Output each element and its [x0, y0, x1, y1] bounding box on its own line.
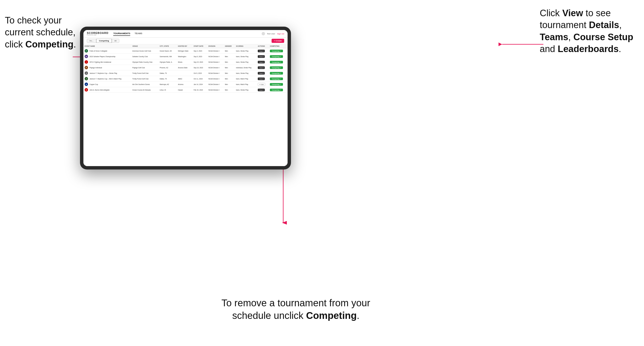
gender-cell: Men: [224, 54, 235, 59]
division-cell: NCAA Division I: [207, 54, 224, 59]
division-cell: NCAA Division I: [207, 70, 224, 76]
annotation-top-left: To check your current schedule, click Co…: [5, 14, 92, 50]
competing-button[interactable]: Competing ✓: [270, 50, 283, 52]
create-button[interactable]: + Create: [272, 39, 284, 43]
sign-out-link[interactable]: Sign out: [277, 33, 284, 35]
city_state-cell: Phoenix, AZ: [158, 65, 177, 70]
competing-button[interactable]: Competing ✓: [270, 66, 283, 69]
col-actions: ACTIONS: [256, 44, 269, 48]
table-row: P Papago Individual Papago Golf ClubPhoe…: [84, 65, 288, 70]
start_date-cell: Oct 9, 2023: [192, 70, 207, 76]
start_date-cell: Jan 14, 2024: [192, 82, 207, 87]
view-button[interactable]: View ℹ: [258, 50, 265, 52]
division-cell: NCAA Division I: [207, 82, 224, 87]
event-name-cell: H John A. Burns Intercollegiate: [84, 87, 131, 93]
gender-cell: Men: [224, 82, 235, 87]
competing-cell: Competing ✓: [269, 76, 288, 82]
actions-cell: View ℹ: [256, 48, 269, 54]
scoring-cell: team, Match Play: [235, 76, 256, 82]
table-row: A Copper Cup Ak-Chin Southern DunesMaric…: [84, 82, 288, 87]
competing-cell: Competing ✓: [269, 82, 288, 87]
competing-button[interactable]: Competing ✓: [270, 77, 283, 80]
actions-cell: View ℹ: [256, 65, 269, 70]
scoring-cell: team, Stroke Play: [235, 59, 256, 65]
arrow-right: [500, 41, 544, 50]
tab-home[interactable]: Ho...: [87, 39, 96, 43]
gender-cell: Men: [224, 76, 235, 82]
competing-cell: Competing ✓: [269, 70, 288, 76]
col-division: DIVISION: [207, 44, 224, 48]
venue-cell: Sahalee Country Club: [131, 54, 158, 59]
app-header: SCOREBOARD Powered by clippi TOURNAMENTS…: [84, 30, 288, 37]
logo-sub: Powered by clippi: [87, 34, 108, 36]
hosted_by-cell: Illinois: [177, 59, 192, 65]
scoring-cell: team, Stroke Play: [235, 48, 256, 54]
tablet-screen: SCOREBOARD Powered by clippi TOURNAMENTS…: [84, 30, 288, 166]
tab-competing[interactable]: Competing: [96, 39, 112, 43]
actions-cell: View ℹ: [256, 76, 269, 82]
actions-cell: View ℹ: [256, 70, 269, 76]
edit-button[interactable]: ✏ Edit: [258, 83, 265, 86]
competing-button[interactable]: Competing ✓: [270, 83, 283, 86]
hosted_by-cell: Hawaii: [177, 87, 192, 93]
filter-tabs: Ho... Competing All: [87, 39, 119, 43]
competing-button[interactable]: Competing ✓: [270, 55, 283, 58]
view-button[interactable]: View ℹ: [258, 89, 265, 91]
nav-items: TOURNAMENTS TEAMS: [113, 31, 256, 36]
tournaments-table: EVENT NAME VENUE CITY, STATE HOSTED BY S…: [84, 44, 288, 93]
competing-button[interactable]: Competing ✓: [270, 89, 283, 91]
table-body: F Folds of Honor Collegiate American Dun…: [84, 48, 288, 93]
event-name-cell: F Folds of Honor Collegiate: [84, 48, 131, 54]
competing-button[interactable]: Competing ✓: [270, 72, 283, 75]
start_date-cell: Sep 18, 2023: [192, 65, 207, 70]
venue-cell: Papago Golf Club: [131, 65, 158, 70]
venue-cell: Olympia Fields Country Club: [131, 59, 158, 65]
col-start-date: START DATE: [192, 44, 207, 48]
actions-cell: View ℹ: [256, 54, 269, 59]
gender-cell: Men: [224, 59, 235, 65]
hosted_by-cell: Arizona State: [177, 65, 192, 70]
division-cell: NCAA Division I: [207, 59, 224, 65]
view-button[interactable]: View ℹ: [258, 72, 265, 75]
division-cell: NCAA Division I: [207, 48, 224, 54]
start_date-cell: Feb 15, 2024: [192, 87, 207, 93]
col-competing: COMPETING: [269, 44, 288, 48]
gender-cell: Men: [224, 48, 235, 54]
hosted_by-cell: [177, 70, 192, 76]
division-cell: NCAA Division I: [207, 65, 224, 70]
actions-cell: ✏ Edit: [256, 82, 269, 87]
gender-cell: Men: [224, 87, 235, 93]
hosted_by-cell: Washington: [177, 54, 192, 59]
division-cell: NCAA Division I: [207, 87, 224, 93]
event-name-cell: J Jackson T. Stephens Cup – Stroke Play: [84, 70, 131, 76]
col-city-state: CITY, STATE: [158, 44, 177, 48]
city_state-cell: Dallas, TX: [158, 76, 177, 82]
competing-button[interactable]: Competing ✓: [270, 61, 283, 63]
city_state-cell: Grand Haven, MI: [158, 48, 177, 54]
gender-cell: Men: [224, 65, 235, 70]
hosted_by-cell: ABAC: [177, 76, 192, 82]
competing-cell: Competing ✓: [269, 59, 288, 65]
table-container: EVENT NAME VENUE CITY, STATE HOSTED BY S…: [84, 44, 288, 166]
view-button[interactable]: View ℹ: [258, 61, 265, 63]
user-name: Test User: [267, 33, 275, 35]
table-row: W 2023 Sahalee Players Championship Saha…: [84, 54, 288, 59]
nav-tournaments[interactable]: TOURNAMENTS: [113, 31, 130, 36]
annotation-bottom: To remove a tournament from your schedul…: [211, 297, 381, 322]
city_state-cell: Olympia Fields, IL: [158, 59, 177, 65]
view-button[interactable]: View ℹ: [258, 66, 265, 69]
city_state-cell: Dallas, TX: [158, 70, 177, 76]
tab-all[interactable]: All: [112, 39, 119, 43]
table-header: EVENT NAME VENUE CITY, STATE HOSTED BY S…: [84, 44, 288, 48]
table-row: H John A. Burns Intercollegiate Ocean Co…: [84, 87, 288, 93]
venue-cell: Trinity Forest Golf Club: [131, 76, 158, 82]
col-gender: GENDER: [224, 44, 235, 48]
view-button[interactable]: View ℹ: [258, 55, 265, 58]
event-name-cell: W 2023 Sahalee Players Championship: [84, 54, 131, 59]
start_date-cell: Oct 11, 2023: [192, 76, 207, 82]
actions-cell: View ℹ: [256, 87, 269, 93]
nav-teams[interactable]: TEAMS: [134, 31, 142, 36]
competing-cell: Competing ✓: [269, 48, 288, 54]
filter-bar: Ho... Competing All + Create: [84, 37, 288, 44]
view-button[interactable]: View ℹ: [258, 77, 265, 80]
